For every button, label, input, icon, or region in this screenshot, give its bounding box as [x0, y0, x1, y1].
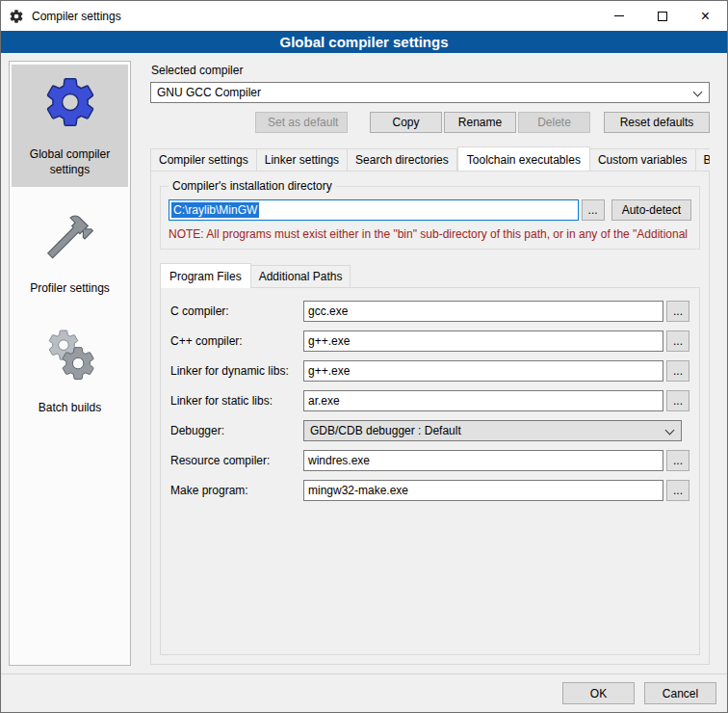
c-compiler-row: C compiler: ... — [170, 301, 689, 322]
maximize-icon — [658, 12, 667, 21]
compiler-actions: Set as default Copy Rename Delete Reset … — [150, 112, 710, 133]
settings-category-list: Global compiler settings Profiler settin… — [9, 61, 131, 666]
selected-compiler-value: GNU GCC Compiler — [157, 86, 261, 99]
debugger-value: GDB/CDB debugger : Default — [310, 424, 461, 437]
static-linker-row: Linker for static libs: ... — [170, 390, 689, 411]
sidebar-item-label: Profiler settings — [30, 281, 110, 297]
selected-compiler-dropdown[interactable]: GNU GCC Compiler — [150, 82, 710, 103]
browse-c-compiler-button[interactable]: ... — [666, 301, 689, 322]
sidebar-item-batch-builds[interactable]: Batch builds — [12, 318, 128, 426]
minimize-button[interactable] — [597, 1, 640, 31]
dialog-footer: OK Cancel — [1, 673, 727, 712]
browse-dynamic-linker-button[interactable]: ... — [666, 360, 689, 382]
toolchain-executables-panel: Compiler's installation directory C:\ray… — [150, 171, 710, 665]
tab-custom-variables[interactable]: Custom variables — [590, 148, 696, 171]
sidebar-item-label: Batch builds — [39, 401, 101, 416]
program-files-panel: C compiler: ... C++ compiler: ... Linker… — [160, 287, 700, 655]
program-files-tab-bar: Program Files Additional Paths — [160, 263, 700, 287]
sidebar-item-global-compiler-settings[interactable]: Global compiler settings — [12, 65, 128, 187]
installation-directory-value: C:\raylib\MinGW — [171, 202, 259, 218]
c-compiler-input[interactable] — [303, 301, 663, 322]
auto-detect-button[interactable]: Auto-detect — [611, 199, 691, 221]
browse-resource-compiler-button[interactable]: ... — [666, 450, 689, 471]
installation-directory-input[interactable]: C:\raylib\MinGW — [169, 199, 579, 221]
debugger-label: Debugger: — [170, 424, 303, 437]
static-linker-label: Linker for static libs: — [170, 394, 303, 408]
compiler-settings-window: Compiler settings × Global compiler sett… — [0, 0, 728, 713]
resource-compiler-input[interactable] — [303, 450, 663, 471]
dynamic-linker-label: Linker for dynamic libs: — [170, 364, 303, 378]
settings-tab-bar: Compiler settings Linker settings Search… — [150, 146, 710, 171]
make-program-input[interactable] — [303, 480, 663, 501]
cpp-compiler-label: C++ compiler: — [170, 334, 303, 348]
close-button[interactable]: × — [684, 1, 727, 31]
browse-make-program-button[interactable]: ... — [666, 480, 689, 501]
dynamic-linker-row: Linker for dynamic libs: ... — [170, 360, 689, 382]
main-panel: Selected compiler GNU GCC Compiler Set a… — [140, 61, 719, 666]
chevron-down-icon — [665, 426, 675, 436]
tab-compiler-settings[interactable]: Compiler settings — [150, 148, 257, 171]
installation-directory-row: C:\raylib\MinGW ... Auto-detect — [169, 199, 691, 221]
minimize-icon — [614, 15, 624, 16]
cpp-compiler-input[interactable] — [303, 330, 663, 352]
resource-compiler-label: Resource compiler: — [170, 454, 303, 467]
maximize-button[interactable] — [640, 1, 684, 31]
titlebar: Compiler settings × — [1, 1, 727, 31]
close-icon: × — [701, 9, 710, 24]
make-program-row: Make program: ... — [170, 480, 689, 501]
tab-toolchain-executables[interactable]: Toolchain executables — [457, 146, 590, 171]
rename-button[interactable]: Rename — [444, 112, 516, 133]
set-as-default-button: Set as default — [255, 112, 348, 133]
sidebar-item-profiler-settings[interactable]: Profiler settings — [12, 198, 128, 306]
browse-static-linker-button[interactable]: ... — [666, 390, 689, 411]
profiler-hammer-icon — [40, 206, 100, 266]
installation-directory-group: Compiler's installation directory C:\ray… — [160, 186, 700, 250]
tab-program-files[interactable]: Program Files — [160, 263, 251, 288]
delete-button: Delete — [518, 112, 590, 133]
ok-button[interactable]: OK — [562, 682, 635, 704]
browse-directory-button[interactable]: ... — [582, 199, 605, 221]
dynamic-linker-input[interactable] — [303, 360, 663, 382]
c-compiler-label: C compiler: — [170, 304, 303, 318]
tab-linker-settings[interactable]: Linker settings — [257, 148, 348, 171]
selected-compiler-label: Selected compiler — [151, 64, 719, 77]
cancel-button[interactable]: Cancel — [644, 682, 716, 704]
reset-defaults-button[interactable]: Reset defaults — [604, 112, 710, 133]
browse-cpp-compiler-button[interactable]: ... — [666, 330, 689, 352]
make-program-label: Make program: — [170, 484, 303, 497]
chevron-down-icon — [693, 88, 703, 97]
gray-gears-icon — [40, 326, 100, 385]
tab-additional-paths[interactable]: Additional Paths — [251, 265, 351, 287]
copy-button[interactable]: Copy — [370, 112, 442, 133]
static-linker-input[interactable] — [303, 390, 663, 411]
sidebar-item-label: Global compiler settings — [14, 147, 125, 177]
app-icon — [9, 8, 25, 24]
dialog-body: Global compiler settings Profiler settin… — [1, 53, 727, 673]
debugger-row: Debugger: GDB/CDB debugger : Default — [170, 420, 689, 441]
cpp-compiler-row: C++ compiler: ... — [170, 330, 689, 352]
blue-gear-icon — [40, 72, 100, 132]
bin-subdirectory-note: NOTE: All programs must exist either in … — [169, 227, 691, 241]
resource-compiler-row: Resource compiler: ... — [170, 450, 689, 471]
debugger-dropdown[interactable]: GDB/CDB debugger : Default — [303, 420, 682, 441]
tab-search-directories[interactable]: Search directories — [348, 148, 457, 171]
dialog-header: Global compiler settings — [1, 31, 727, 53]
tab-build-options[interactable]: Build — [696, 148, 710, 171]
window-title: Compiler settings — [32, 10, 597, 23]
installation-directory-group-title: Compiler's installation directory — [169, 179, 336, 193]
